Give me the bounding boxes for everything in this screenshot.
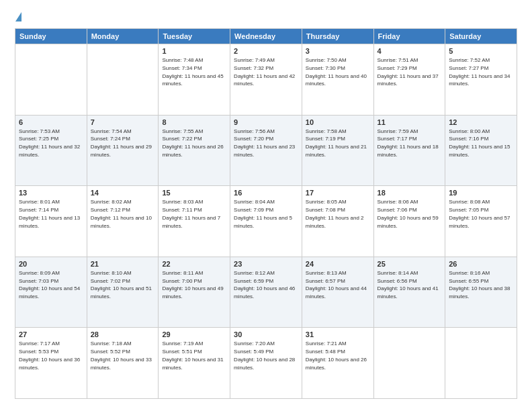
cell-info: Sunrise: 8:04 AMSunset: 7:09 PMDaylight:… — [234, 199, 292, 228]
calendar-cell: 22Sunrise: 8:11 AMSunset: 7:00 PMDayligh… — [159, 257, 230, 328]
calendar-day-header: Saturday — [445, 29, 517, 44]
calendar-day-header: Wednesday — [230, 29, 302, 44]
day-number: 25 — [378, 260, 442, 268]
cell-info: Sunrise: 7:49 AMSunset: 7:32 PMDaylight:… — [234, 57, 295, 87]
calendar-day-header: Monday — [87, 29, 159, 44]
calendar-cell: 19Sunrise: 8:08 AMSunset: 7:05 PMDayligh… — [445, 186, 517, 257]
calendar-day-header: Friday — [373, 29, 445, 44]
day-number: 8 — [162, 118, 226, 126]
calendar-cell: 31Sunrise: 7:21 AMSunset: 5:48 PMDayligh… — [302, 328, 373, 399]
calendar-cell: 2Sunrise: 7:49 AMSunset: 7:32 PMDaylight… — [230, 44, 302, 116]
day-number: 20 — [19, 260, 83, 268]
cell-info: Sunrise: 8:10 AMSunset: 7:02 PMDaylight:… — [91, 270, 152, 300]
cell-info: Sunrise: 7:56 AMSunset: 7:20 PMDaylight:… — [234, 128, 295, 158]
day-number: 9 — [234, 118, 298, 126]
day-number: 16 — [234, 189, 298, 197]
day-number: 2 — [234, 47, 298, 55]
calendar-week-row: 20Sunrise: 8:09 AMSunset: 7:03 PMDayligh… — [15, 257, 517, 328]
day-number: 28 — [91, 330, 155, 338]
calendar-week-row: 27Sunrise: 7:17 AMSunset: 5:53 PMDayligh… — [15, 328, 517, 399]
cell-info: Sunrise: 8:12 AMSunset: 6:59 PMDaylight:… — [234, 270, 295, 300]
calendar-cell: 26Sunrise: 8:16 AMSunset: 6:55 PMDayligh… — [445, 257, 517, 328]
calendar-cell: 6Sunrise: 7:53 AMSunset: 7:25 PMDaylight… — [15, 115, 87, 186]
day-number: 15 — [162, 189, 226, 197]
header — [15, 12, 517, 21]
cell-info: Sunrise: 7:59 AMSunset: 7:17 PMDaylight:… — [378, 128, 439, 158]
day-number: 18 — [378, 189, 442, 197]
day-number: 12 — [449, 118, 513, 126]
day-number: 23 — [234, 260, 298, 268]
calendar-cell: 27Sunrise: 7:17 AMSunset: 5:53 PMDayligh… — [15, 328, 87, 399]
calendar-cell: 15Sunrise: 8:03 AMSunset: 7:11 PMDayligh… — [159, 186, 230, 257]
calendar-cell: 28Sunrise: 7:18 AMSunset: 5:52 PMDayligh… — [87, 328, 159, 399]
cell-info: Sunrise: 8:00 AMSunset: 7:16 PMDaylight:… — [449, 128, 510, 158]
cell-info: Sunrise: 7:50 AMSunset: 7:30 PMDaylight:… — [306, 57, 367, 87]
cell-info: Sunrise: 8:05 AMSunset: 7:08 PMDaylight:… — [306, 199, 364, 228]
day-number: 4 — [378, 47, 442, 55]
calendar-cell: 30Sunrise: 7:20 AMSunset: 5:49 PMDayligh… — [230, 328, 302, 399]
calendar-cell: 11Sunrise: 7:59 AMSunset: 7:17 PMDayligh… — [373, 115, 445, 186]
calendar-day-header: Thursday — [302, 29, 373, 44]
calendar-cell: 1Sunrise: 7:48 AMSunset: 7:34 PMDaylight… — [159, 44, 230, 116]
cell-info: Sunrise: 8:08 AMSunset: 7:05 PMDaylight:… — [449, 199, 510, 228]
day-number: 13 — [19, 189, 83, 197]
cell-info: Sunrise: 7:17 AMSunset: 5:53 PMDaylight:… — [19, 340, 80, 370]
cell-info: Sunrise: 7:54 AMSunset: 7:24 PMDaylight:… — [91, 128, 152, 158]
calendar-week-row: 6Sunrise: 7:53 AMSunset: 7:25 PMDaylight… — [15, 115, 517, 186]
cell-info: Sunrise: 7:58 AMSunset: 7:19 PMDaylight:… — [306, 128, 367, 158]
calendar-day-header: Tuesday — [159, 29, 230, 44]
day-number: 3 — [306, 47, 370, 55]
cell-info: Sunrise: 7:52 AMSunset: 7:27 PMDaylight:… — [449, 57, 510, 87]
cell-info: Sunrise: 8:11 AMSunset: 7:00 PMDaylight:… — [162, 270, 223, 300]
day-number: 24 — [306, 260, 370, 268]
calendar-cell: 3Sunrise: 7:50 AMSunset: 7:30 PMDaylight… — [302, 44, 373, 116]
calendar-cell: 12Sunrise: 8:00 AMSunset: 7:16 PMDayligh… — [445, 115, 517, 186]
calendar-cell — [87, 44, 159, 116]
cell-info: Sunrise: 8:01 AMSunset: 7:14 PMDaylight:… — [19, 199, 80, 228]
calendar-cell: 25Sunrise: 8:14 AMSunset: 6:56 PMDayligh… — [373, 257, 445, 328]
calendar-cell: 4Sunrise: 7:51 AMSunset: 7:29 PMDaylight… — [373, 44, 445, 116]
calendar-cell: 13Sunrise: 8:01 AMSunset: 7:14 PMDayligh… — [15, 186, 87, 257]
cell-info: Sunrise: 8:06 AMSunset: 7:06 PMDaylight:… — [378, 199, 439, 228]
cell-info: Sunrise: 7:53 AMSunset: 7:25 PMDaylight:… — [19, 128, 80, 158]
calendar-cell: 5Sunrise: 7:52 AMSunset: 7:27 PMDaylight… — [445, 44, 517, 116]
calendar-cell: 9Sunrise: 7:56 AMSunset: 7:20 PMDaylight… — [230, 115, 302, 186]
calendar-cell: 21Sunrise: 8:10 AMSunset: 7:02 PMDayligh… — [87, 257, 159, 328]
day-number: 5 — [449, 47, 513, 55]
calendar-week-row: 1Sunrise: 7:48 AMSunset: 7:34 PMDaylight… — [15, 44, 517, 116]
calendar-cell: 18Sunrise: 8:06 AMSunset: 7:06 PMDayligh… — [373, 186, 445, 257]
cell-info: Sunrise: 8:09 AMSunset: 7:03 PMDaylight:… — [19, 270, 80, 300]
calendar: SundayMondayTuesdayWednesdayThursdayFrid… — [15, 28, 517, 399]
calendar-cell — [15, 44, 87, 116]
calendar-cell — [445, 328, 517, 399]
calendar-day-header: Sunday — [15, 29, 87, 44]
calendar-cell: 23Sunrise: 8:12 AMSunset: 6:59 PMDayligh… — [230, 257, 302, 328]
cell-info: Sunrise: 8:13 AMSunset: 6:57 PMDaylight:… — [306, 270, 367, 300]
calendar-cell: 24Sunrise: 8:13 AMSunset: 6:57 PMDayligh… — [302, 257, 373, 328]
day-number: 11 — [378, 118, 442, 126]
cell-info: Sunrise: 8:16 AMSunset: 6:55 PMDaylight:… — [449, 270, 510, 300]
day-number: 26 — [449, 260, 513, 268]
calendar-cell: 10Sunrise: 7:58 AMSunset: 7:19 PMDayligh… — [302, 115, 373, 186]
day-number: 29 — [162, 330, 226, 338]
page: SundayMondayTuesdayWednesdayThursdayFrid… — [0, 0, 532, 411]
cell-info: Sunrise: 8:14 AMSunset: 6:56 PMDaylight:… — [378, 270, 439, 300]
calendar-cell: 14Sunrise: 8:02 AMSunset: 7:12 PMDayligh… — [87, 186, 159, 257]
day-number: 31 — [306, 330, 370, 338]
day-number: 1 — [162, 47, 226, 55]
day-number: 6 — [19, 118, 83, 126]
day-number: 17 — [306, 189, 370, 197]
day-number: 22 — [162, 260, 226, 268]
calendar-cell: 20Sunrise: 8:09 AMSunset: 7:03 PMDayligh… — [15, 257, 87, 328]
calendar-cell: 29Sunrise: 7:19 AMSunset: 5:51 PMDayligh… — [159, 328, 230, 399]
calendar-cell: 7Sunrise: 7:54 AMSunset: 7:24 PMDaylight… — [87, 115, 159, 186]
day-number: 14 — [91, 189, 155, 197]
cell-info: Sunrise: 8:02 AMSunset: 7:12 PMDaylight:… — [91, 199, 152, 228]
day-number: 7 — [91, 118, 155, 126]
cell-info: Sunrise: 7:18 AMSunset: 5:52 PMDaylight:… — [91, 340, 152, 370]
day-number: 21 — [91, 260, 155, 268]
cell-info: Sunrise: 7:21 AMSunset: 5:48 PMDaylight:… — [306, 340, 367, 370]
cell-info: Sunrise: 7:20 AMSunset: 5:49 PMDaylight:… — [234, 340, 295, 370]
day-number: 27 — [19, 330, 83, 338]
cell-info: Sunrise: 7:55 AMSunset: 7:22 PMDaylight:… — [162, 128, 223, 158]
